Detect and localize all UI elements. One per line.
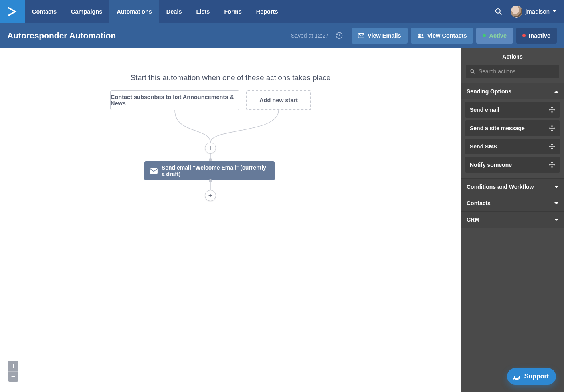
actions-sidebar: Actions Sending Options Send email Send … xyxy=(461,48,564,392)
support-label: Support xyxy=(524,373,549,380)
group-label: Contacts xyxy=(467,200,491,206)
add-start-label: Add new start xyxy=(259,97,298,103)
page-title: Autoresponder Automation xyxy=(7,31,116,40)
username: jmadison xyxy=(526,8,550,15)
svg-point-4 xyxy=(421,34,423,36)
mail-icon xyxy=(358,33,364,38)
active-label: Active xyxy=(489,32,507,39)
search-icon xyxy=(470,69,475,74)
nav-right: jmadison xyxy=(491,0,564,23)
move-icon xyxy=(549,162,555,168)
inactive-label: Inactive xyxy=(529,32,550,39)
action-label: Notify someone xyxy=(470,162,512,168)
group-label: Sending Options xyxy=(467,88,511,95)
chevron-down-icon xyxy=(554,202,558,204)
svg-point-3 xyxy=(418,33,421,36)
add-action-button-bottom[interactable]: + xyxy=(205,190,216,201)
zoom-out-button[interactable]: − xyxy=(8,371,18,382)
group-crm[interactable]: CRM xyxy=(461,211,564,228)
nav-items: Contacts Campaigns Automations Deals Lis… xyxy=(25,0,285,23)
plus-icon: + xyxy=(208,144,213,152)
chat-icon xyxy=(513,372,520,380)
sidebar-header: Actions xyxy=(461,48,564,65)
svg-rect-7 xyxy=(150,168,158,174)
action-send-email[interactable]: Send email xyxy=(465,102,560,118)
sending-options-list: Send email Send a site message Send SMS … xyxy=(461,99,564,178)
svg-rect-2 xyxy=(358,33,364,38)
chevron-up-icon xyxy=(554,91,558,93)
active-toggle[interactable]: Active xyxy=(476,28,513,44)
view-contacts-label: View Contacts xyxy=(427,32,467,39)
group-sending-options[interactable]: Sending Options xyxy=(461,83,564,99)
action-node-label: Send email "Welcome Email" (currently a … xyxy=(162,164,269,177)
user-menu[interactable]: jmadison xyxy=(511,6,556,18)
top-nav: Contacts Campaigns Automations Deals Lis… xyxy=(0,0,564,23)
group-contacts[interactable]: Contacts xyxy=(461,195,564,211)
logo[interactable] xyxy=(0,0,25,23)
automation-canvas[interactable]: Start this automation when one of these … xyxy=(0,48,461,392)
chevron-down-icon xyxy=(554,219,558,221)
history-button[interactable] xyxy=(334,30,344,41)
caret-down-icon xyxy=(553,10,556,12)
svg-line-1 xyxy=(499,12,501,14)
nav-item-automations[interactable]: Automations xyxy=(109,0,159,23)
plus-icon: + xyxy=(208,192,213,200)
logo-icon xyxy=(7,6,18,17)
avatar xyxy=(511,6,522,18)
action-notify-someone[interactable]: Notify someone xyxy=(465,157,560,173)
move-icon xyxy=(549,143,555,150)
nav-item-forms[interactable]: Forms xyxy=(217,0,249,23)
group-label: Conditions and Workflow xyxy=(467,184,534,190)
move-icon xyxy=(549,125,555,131)
action-label: Send email xyxy=(470,107,499,113)
view-contacts-button[interactable]: View Contacts xyxy=(411,28,473,44)
action-label: Send SMS xyxy=(470,143,497,150)
search-actions[interactable] xyxy=(466,65,559,78)
nav-item-lists[interactable]: Lists xyxy=(189,0,217,23)
support-button[interactable]: Support xyxy=(507,368,556,385)
main: Start this automation when one of these … xyxy=(0,48,564,392)
action-send-site-message[interactable]: Send a site message xyxy=(465,120,560,136)
inactive-toggle[interactable]: Inactive xyxy=(516,28,557,44)
zoom-in-button[interactable]: + xyxy=(8,361,18,371)
start-instruction: Start this automation when one of these … xyxy=(0,73,461,82)
mail-icon xyxy=(150,168,158,174)
move-icon xyxy=(549,107,555,113)
action-node-send-email[interactable]: Send email "Welcome Email" (currently a … xyxy=(144,161,275,180)
view-emails-button[interactable]: View Emails xyxy=(352,28,408,44)
start-trigger-node[interactable]: Contact subscribes to list Announcements… xyxy=(110,90,239,110)
connector-dot xyxy=(209,179,212,182)
group-label: CRM xyxy=(467,216,479,223)
action-label: Send a site message xyxy=(470,125,525,131)
view-emails-label: View Emails xyxy=(368,32,401,39)
nav-item-reports[interactable]: Reports xyxy=(249,0,285,23)
search-icon xyxy=(495,8,503,16)
history-icon xyxy=(335,32,343,40)
nav-item-deals[interactable]: Deals xyxy=(159,0,189,23)
nav-item-campaigns[interactable]: Campaigns xyxy=(64,0,109,23)
zoom-control: + − xyxy=(8,361,18,382)
people-icon xyxy=(417,33,424,38)
add-action-button-top[interactable]: + xyxy=(205,143,216,154)
svg-line-9 xyxy=(473,72,475,74)
saved-at: Saved at 12:27 xyxy=(291,32,329,39)
search-actions-input[interactable] xyxy=(479,68,555,75)
add-start-button[interactable]: Add new start xyxy=(246,90,311,110)
inactive-dot-icon xyxy=(522,34,526,37)
group-conditions-workflow[interactable]: Conditions and Workflow xyxy=(461,178,564,195)
start-trigger-label: Contact subscribes to list Announcements… xyxy=(111,94,239,107)
active-dot-icon xyxy=(483,34,486,37)
action-send-sms[interactable]: Send SMS xyxy=(465,139,560,154)
svg-point-8 xyxy=(471,69,474,73)
chevron-down-icon xyxy=(554,186,558,188)
search-button[interactable] xyxy=(491,4,507,20)
svg-point-0 xyxy=(496,8,500,13)
subbar: Autoresponder Automation Saved at 12:27 … xyxy=(0,23,564,48)
nav-item-contacts[interactable]: Contacts xyxy=(25,0,64,23)
subbar-right: Saved at 12:27 View Emails View Contacts… xyxy=(291,28,557,44)
